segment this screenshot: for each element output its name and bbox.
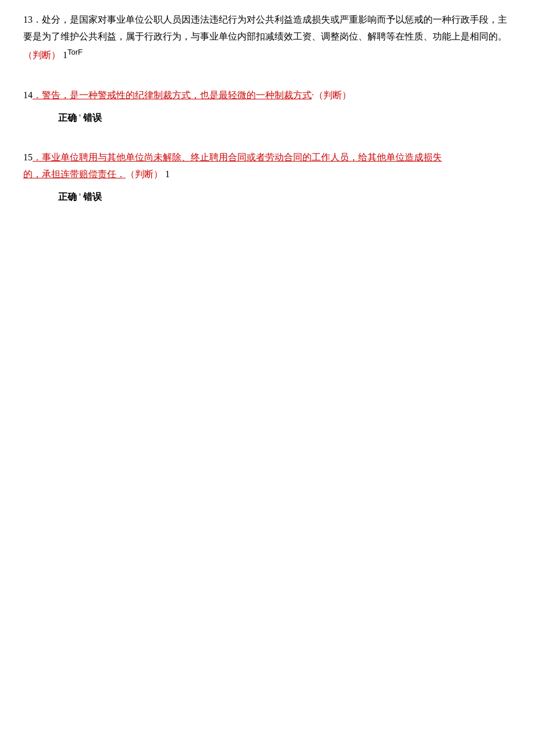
q14-body: ．警告，是一种警戒性的纪律制裁方式，也是最轻微的一种制裁方式	[33, 90, 312, 100]
question-13: 13．处分，是国家对事业单位公职人员因违法违纪行为对公共利益造成损失或严重影响而…	[23, 12, 512, 64]
q15-body-line2: 的，承担连带赔偿责任．	[23, 169, 126, 179]
q15-correct-label[interactable]: 正确	[58, 189, 77, 206]
q15-judge-tag: （判断）	[126, 169, 163, 179]
q14-options: 正确 ' 错误	[58, 110, 512, 127]
question-15: 15．事业单位聘用与其他单位尚未解除、终止聘用合同或者劳动合同的工作人员，给其他…	[23, 149, 512, 205]
q13-number: 13	[23, 15, 33, 24]
q14-text: 14．警告，是一种警戒性的纪律制裁方式，也是最轻微的一种制裁方式·（判断）	[23, 87, 512, 104]
q15-number: 15	[23, 152, 33, 162]
q15-options: 正确 ' 错误	[58, 189, 512, 206]
question-14: 14．警告，是一种警戒性的纪律制裁方式，也是最轻微的一种制裁方式·（判断） 正确…	[23, 87, 512, 127]
q13-judge-tag: （判断）	[23, 50, 60, 60]
q13-text: 13．处分，是国家对事业单位公职人员因违法违纪行为对公共利益造成损失或严重影响而…	[23, 12, 512, 64]
q14-apostrophe: '	[79, 110, 81, 127]
q15-wrong-label[interactable]: 错误	[83, 189, 102, 206]
q15-apostrophe: '	[79, 189, 81, 206]
q13-torf: TorF	[67, 48, 83, 56]
q13-num: 1	[60, 50, 67, 60]
q15-body-line1: ．事业单位聘用与其他单位尚未解除、终止聘用合同或者劳动合同的工作人员，给其他单位…	[33, 152, 442, 162]
q14-wrong-label[interactable]: 错误	[83, 110, 102, 127]
q13-body: ．处分，是国家对事业单位公职人员因违法违纪行为对公共利益造成损失或严重影响而予以…	[23, 15, 507, 41]
q14-number: 14	[23, 90, 33, 100]
q15-text: 15．事业单位聘用与其他单位尚未解除、终止聘用合同或者劳动合同的工作人员，给其他…	[23, 149, 512, 183]
q14-correct-label[interactable]: 正确	[58, 110, 77, 127]
q14-judge-tag: （判断）	[314, 90, 351, 100]
q15-num: 1	[163, 169, 170, 179]
